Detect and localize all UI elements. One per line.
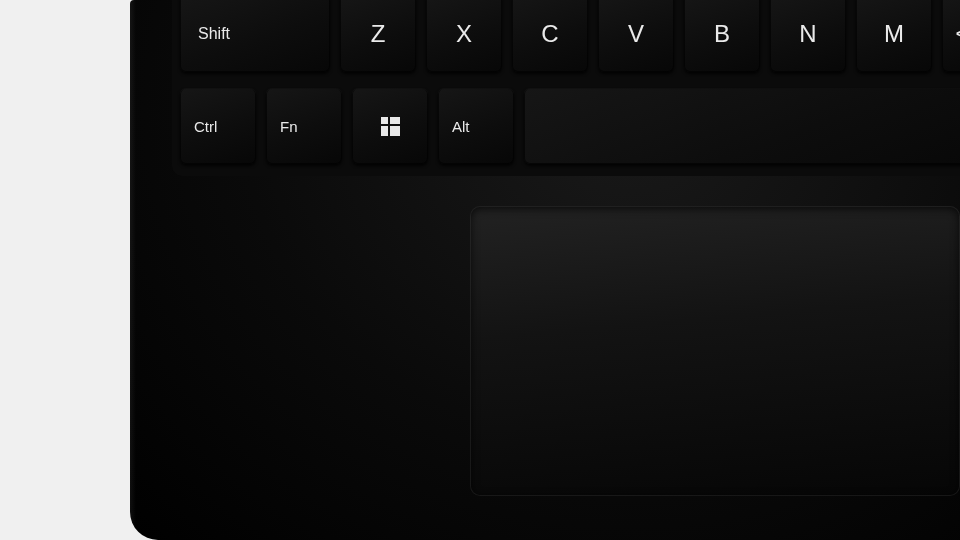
key-n[interactable]: N	[770, 0, 846, 72]
key-m[interactable]: M	[856, 0, 932, 72]
key-row-bottom: Ctrl Fn Alt	[180, 88, 960, 164]
key-shift[interactable]: Shift	[180, 0, 330, 72]
key-label: Z	[371, 20, 386, 48]
key-windows[interactable]	[352, 88, 428, 164]
windows-icon	[381, 117, 399, 135]
key-label: B	[714, 20, 730, 48]
key-angle-bracket[interactable]: <	[942, 0, 960, 72]
keyboard-area: Shift Z X C V B N M < Ctrl Fn Alt	[172, 0, 960, 176]
key-label: X	[456, 20, 472, 48]
key-c[interactable]: C	[512, 0, 588, 72]
key-label: V	[628, 20, 644, 48]
laptop-chassis: Shift Z X C V B N M < Ctrl Fn Alt	[130, 0, 960, 540]
key-alt[interactable]: Alt	[438, 88, 514, 164]
key-label: <	[956, 21, 960, 47]
key-b[interactable]: B	[684, 0, 760, 72]
key-v[interactable]: V	[598, 0, 674, 72]
key-label: N	[799, 20, 816, 48]
key-label: C	[541, 20, 558, 48]
key-label: Ctrl	[194, 118, 217, 135]
chassis-left-edge	[130, 0, 136, 540]
key-label: M	[884, 20, 904, 48]
trackpad[interactable]	[470, 206, 960, 496]
key-label: Fn	[280, 118, 298, 135]
key-z[interactable]: Z	[340, 0, 416, 72]
key-label: Shift	[198, 25, 230, 43]
key-fn[interactable]: Fn	[266, 88, 342, 164]
key-label: Alt	[452, 118, 470, 135]
key-ctrl[interactable]: Ctrl	[180, 88, 256, 164]
key-x[interactable]: X	[426, 0, 502, 72]
key-row-shift: Shift Z X C V B N M <	[180, 0, 960, 72]
key-space[interactable]	[524, 88, 960, 164]
